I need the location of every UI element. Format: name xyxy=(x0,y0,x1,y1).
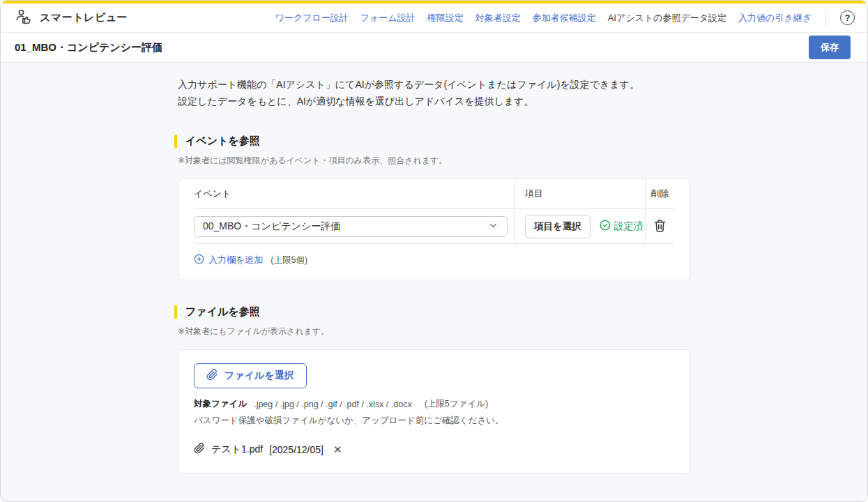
file-card: ファイルを選択 対象ファイル .jpeg / .jpg / .png / .gi… xyxy=(178,349,690,474)
uploaded-file-item: テスト1.pdf [2025/12/05] ✕ xyxy=(194,443,674,456)
main-content: 入力サポート機能の「AIアシスト」にてAIが参照するデータ(イベントまたはファイ… xyxy=(1,63,867,502)
file-section-title: ファイルを参照 xyxy=(185,305,260,319)
uploaded-file-name: テスト1.pdf xyxy=(211,443,263,456)
event-section-note: ※対象者には閲覧権限があるイベント・項目のみ表示、照合されます。 xyxy=(178,155,690,167)
nav-input-value-carryover[interactable]: 入力値の引き継ぎ xyxy=(738,12,812,24)
status-badge: 設定済 xyxy=(600,220,644,233)
status-label: 設定済 xyxy=(614,220,644,233)
add-row: 入力欄を追加 (上限5個) xyxy=(194,244,674,280)
select-item-button[interactable]: 項目を選択 xyxy=(525,215,591,238)
event-table-row: 00_MBO・コンピテンシー評価 項目を選択 xyxy=(194,209,674,244)
nav-permission-settings[interactable]: 権限設定 xyxy=(427,12,464,24)
nav-divider xyxy=(825,10,826,26)
paperclip-icon xyxy=(206,369,218,383)
app-header: スマートレビュー ワークフロー設計 フォーム設計 権限設定 対象者設定 参加者候… xyxy=(1,3,867,33)
file-select-button[interactable]: ファイルを選択 xyxy=(194,363,307,388)
file-reference-section: ファイルを参照 ※対象者にもファイルが表示されます。 ファイルを選択 対象ファイ… xyxy=(178,305,690,474)
intro-line-2: 設定したデータをもとに、AIが適切な情報を選び出しアドバイスを提供します。 xyxy=(178,96,533,107)
file-section-heading: ファイルを参照 xyxy=(174,305,690,319)
smart-review-logo-icon xyxy=(15,8,33,28)
file-types-line: 対象ファイル .jpeg / .jpg / .png / .gif / .pdf… xyxy=(194,398,674,410)
intro-text: 入力サポート機能の「AIアシスト」にてAIが参照するデータ(イベントまたはファイ… xyxy=(178,76,690,109)
file-section-note: ※対象者にもファイルが表示されます。 xyxy=(178,326,690,337)
paperclip-icon xyxy=(194,443,205,456)
check-circle-icon xyxy=(600,220,611,233)
remove-file-icon[interactable]: ✕ xyxy=(333,443,342,456)
app-window: スマートレビュー ワークフロー設計 フォーム設計 権限設定 対象者設定 参加者候… xyxy=(0,0,868,502)
brand: スマートレビュー xyxy=(15,8,128,28)
file-warning-text: パスワード保護や破損ファイルがないか、アップロード前にご確認ください。 xyxy=(194,415,674,427)
nav-ai-assist-reference-data-settings[interactable]: AIアシストの参照データ設定 xyxy=(608,12,726,24)
nav-target-settings[interactable]: 対象者設定 xyxy=(475,12,521,24)
nav-form-design[interactable]: フォーム設計 xyxy=(360,12,416,24)
top-nav: ワークフロー設計 フォーム設計 権限設定 対象者設定 参加者候補設定 AIアシス… xyxy=(275,10,855,26)
delete-cell xyxy=(645,209,674,243)
plus-circle-icon xyxy=(194,254,204,266)
add-input-field-link[interactable]: 入力欄を追加 xyxy=(194,254,263,266)
event-cell: 00_MBO・コンピテンシー評価 xyxy=(194,209,515,243)
event-table-header: イベント 項目 削除 xyxy=(194,179,674,209)
item-cell: 項目を選択 設定済 xyxy=(515,209,645,243)
save-button[interactable]: 保存 xyxy=(809,36,851,59)
uploaded-file-date: [2025/12/05] xyxy=(269,444,323,455)
section-accent-bar xyxy=(174,305,177,319)
app-title: スマートレビュー xyxy=(40,11,128,24)
nav-participant-candidate-settings[interactable]: 参加者候補設定 xyxy=(533,12,596,24)
trash-icon xyxy=(653,218,667,235)
chevron-down-icon xyxy=(488,220,498,233)
file-limit-text: (上限5ファイル) xyxy=(425,398,488,410)
add-limit-text: (上限5個) xyxy=(271,254,307,266)
help-icon[interactable]: ? xyxy=(840,10,855,25)
target-file-label: 対象ファイル xyxy=(194,398,247,410)
event-select-dropdown[interactable]: 00_MBO・コンピテンシー評価 xyxy=(194,216,508,237)
delete-row-button[interactable] xyxy=(653,218,667,235)
column-header-delete: 削除 xyxy=(645,179,674,208)
allowed-extensions: .jpeg / .jpg / .png / .gif / .pdf / .xls… xyxy=(254,400,412,409)
event-section-heading: イベントを参照 xyxy=(174,135,690,148)
file-select-label: ファイルを選択 xyxy=(224,370,294,382)
intro-line-1: 入力サポート機能の「AIアシスト」にてAIが参照するデータ(イベントまたはファイ… xyxy=(178,79,639,90)
event-select-value: 00_MBO・コンピテンシー評価 xyxy=(203,220,340,233)
event-section-title: イベントを参照 xyxy=(185,135,260,148)
event-reference-section: イベントを参照 ※対象者には閲覧権限があるイベント・項目のみ表示、照合されます。… xyxy=(178,135,690,280)
add-input-field-label: 入力欄を追加 xyxy=(208,254,263,266)
column-header-item: 項目 xyxy=(515,179,645,208)
page-title: 01_MBO・コンピテンシー評価 xyxy=(15,41,162,54)
title-bar: 01_MBO・コンピテンシー評価 保存 xyxy=(1,33,867,63)
section-accent-bar xyxy=(174,135,177,148)
event-card: イベント 項目 削除 00_MBO・コンピテンシー評価 xyxy=(178,178,690,280)
column-header-event: イベント xyxy=(194,179,515,208)
nav-workflow-design[interactable]: ワークフロー設計 xyxy=(275,12,349,24)
